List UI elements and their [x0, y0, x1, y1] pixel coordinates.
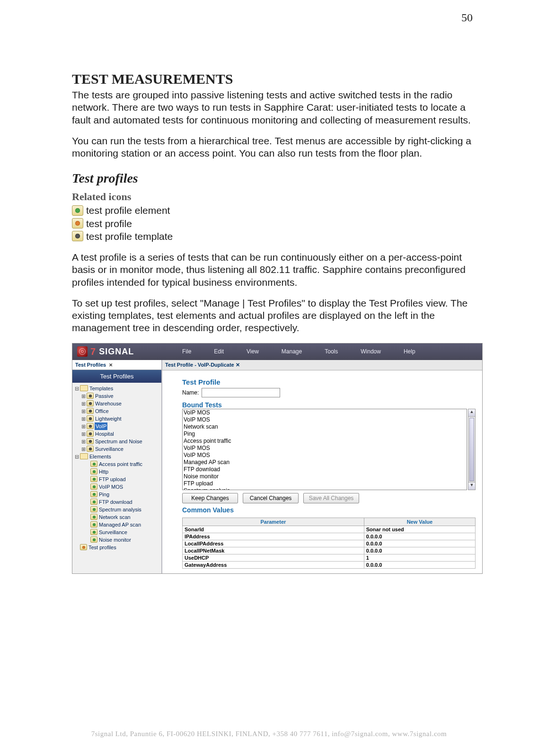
tree-item-label: Http	[98, 468, 108, 475]
tree-item-label: Elements	[89, 453, 111, 460]
icon-legend-template: test profile template	[72, 230, 472, 243]
bound-test-item[interactable]: Noise monitor	[184, 473, 466, 480]
bound-test-item[interactable]: Ping	[184, 431, 466, 438]
bound-test-item[interactable]: VoIP MOS	[184, 452, 466, 459]
tree-toggle-icon[interactable]: ⊞	[81, 430, 86, 438]
tree-toggle-icon[interactable]: ⊞	[81, 407, 86, 415]
scrollbar[interactable]: ▲ ▼	[468, 409, 476, 490]
sidebar-tab[interactable]: Test Profiles ✕	[72, 360, 161, 370]
param-cell: UseDHCP	[183, 554, 364, 561]
logo-digit: 7	[90, 346, 96, 357]
tree-elements[interactable]: ⊟Elements	[73, 453, 160, 460]
profile-icon	[90, 536, 97, 543]
form-title: Test Profile	[182, 378, 476, 386]
tree-element-item[interactable]: FTP download	[73, 498, 160, 506]
tree-toggle-icon[interactable]: ⊟	[74, 453, 79, 460]
profile-icon	[90, 506, 97, 512]
profile-icon	[90, 461, 97, 467]
tree-element-item[interactable]: Spectrum analysis	[73, 506, 160, 513]
tree-template-item[interactable]: ⊞Lightweight	[73, 415, 160, 422]
tree-toggle-icon[interactable]: ⊞	[81, 392, 86, 400]
tree-toggle-icon[interactable]: ⊞	[81, 438, 86, 445]
scroll-thumb[interactable]	[469, 418, 474, 481]
bound-test-item[interactable]: FTP upload	[184, 480, 466, 487]
bound-test-item[interactable]: Spectrum analysis	[184, 487, 466, 490]
keep-changes-button[interactable]: Keep Changes	[182, 493, 238, 503]
table-row: LocalIPAddress0.0.0.0	[183, 540, 476, 547]
tree-toggle-icon[interactable]: ⊞	[81, 415, 86, 422]
menu-view[interactable]: View	[235, 343, 270, 360]
icon-legend-profile: test profile	[72, 217, 472, 230]
cancel-changes-button[interactable]: Cancel Changes	[243, 493, 299, 503]
profiles-paragraph-1: A test profile is a series of tests that…	[72, 251, 472, 289]
tree-element-item[interactable]: Managed AP scan	[73, 521, 160, 528]
menu-manage[interactable]: Manage	[270, 343, 313, 360]
tree-element-item[interactable]: Network scan	[73, 513, 160, 521]
bound-test-item[interactable]: FTP download	[184, 466, 466, 473]
tree-toggle-icon[interactable]: ⊞	[81, 400, 86, 407]
name-row: Name:	[182, 388, 476, 397]
name-label: Name:	[182, 389, 199, 396]
bound-tests-list[interactable]: VoIP MOSVoIP MOSNetwork scanPingAccess p…	[182, 409, 467, 490]
bound-test-item[interactable]: Managed AP scan	[184, 459, 466, 466]
save-all-changes-button[interactable]: Save All Changes	[303, 493, 359, 503]
value-cell: 1	[364, 554, 475, 561]
name-input[interactable]	[202, 388, 280, 397]
common-values-title: Common Values	[182, 506, 476, 514]
common-values-table: Parameter New Value SonarIdSonar not use…	[182, 518, 476, 569]
menu-help[interactable]: Help	[392, 343, 427, 360]
bound-test-item[interactable]: VoIP MOS	[184, 416, 466, 423]
tree-template-item[interactable]: ⊞VoIP	[73, 422, 160, 430]
tree-template-item[interactable]: ⊞Office	[73, 407, 160, 415]
value-cell: 0.0.0.0	[364, 561, 475, 568]
tree-element-item[interactable]: Ping	[73, 491, 160, 498]
sidebar-tab-label: Test Profiles	[75, 362, 106, 368]
close-icon[interactable]: ✕	[107, 362, 113, 368]
tree-element-item[interactable]: Noise monitor	[73, 536, 160, 544]
intro-paragraph-1: The tests are grouped into passive liste…	[72, 89, 472, 126]
table-row: UseDHCP1	[183, 554, 476, 561]
document-body: TEST MEASUREMENTS The tests are grouped …	[0, 0, 538, 574]
tree-template-item[interactable]: ⊞Spectrum and Noise	[73, 438, 160, 445]
bound-test-item[interactable]: Network scan	[184, 423, 466, 431]
tree-element-item[interactable]: VoIP MOS	[73, 483, 160, 491]
tree-toggle-icon[interactable]: ⊟	[74, 385, 79, 392]
close-icon[interactable]: ✕	[236, 362, 240, 368]
menu-file[interactable]: File	[171, 343, 203, 360]
bound-test-item[interactable]: Access point traffic	[184, 438, 466, 445]
tree-item-label: VoIP MOS	[98, 483, 123, 491]
tree-template-item[interactable]: ⊞Surveillance	[73, 445, 160, 453]
profile-icon	[72, 218, 83, 229]
value-cell: 0.0.0.0	[364, 540, 475, 547]
tree-item-label: Hospital	[95, 430, 114, 438]
editor-tab[interactable]: Test Profile - VoIP-Duplicate ✕	[162, 360, 482, 370]
tree-template-item[interactable]: ⊞Passive	[73, 392, 160, 400]
profile-icon	[87, 431, 94, 437]
bound-test-item[interactable]: VoIP MOS	[184, 445, 466, 452]
menu-edit[interactable]: Edit	[203, 343, 235, 360]
tree-template-item[interactable]: ⊞Hospital	[73, 430, 160, 438]
tree: ⊟Templates⊞Passive⊞Warehouse⊞Office⊞Ligh…	[72, 383, 161, 557]
sidebar: Test Profiles ✕ Test Profiles ⊟Templates…	[72, 360, 162, 573]
scroll-down-icon[interactable]: ▼	[468, 482, 475, 490]
menu-tools[interactable]: Tools	[313, 343, 349, 360]
profile-icon	[87, 400, 94, 406]
tree-toggle-icon[interactable]: ⊞	[81, 445, 86, 453]
scroll-up-icon[interactable]: ▲	[468, 409, 475, 417]
tree-element-item[interactable]: Access point traffic	[73, 460, 160, 468]
tree-toggle-icon[interactable]: ⊞	[81, 422, 86, 430]
tree-templates[interactable]: ⊟Templates	[73, 385, 160, 392]
profile-icon	[90, 476, 97, 482]
menu-window[interactable]: Window	[349, 343, 392, 360]
profile-icon	[90, 468, 97, 475]
tree-test-profiles[interactable]: Test profiles	[73, 544, 160, 551]
col-parameter: Parameter	[183, 518, 364, 526]
tree-template-item[interactable]: ⊞Warehouse	[73, 400, 160, 407]
tree-element-item[interactable]: Http	[73, 468, 160, 475]
profile-icon	[90, 529, 97, 535]
tree-element-item[interactable]: FTP upload	[73, 475, 160, 483]
bound-test-item[interactable]: VoIP MOS	[184, 409, 466, 416]
tree-element-item[interactable]: Surveillance	[73, 528, 160, 536]
icon-legend-profile-label: test profile	[86, 217, 132, 230]
profile-icon	[90, 499, 97, 505]
